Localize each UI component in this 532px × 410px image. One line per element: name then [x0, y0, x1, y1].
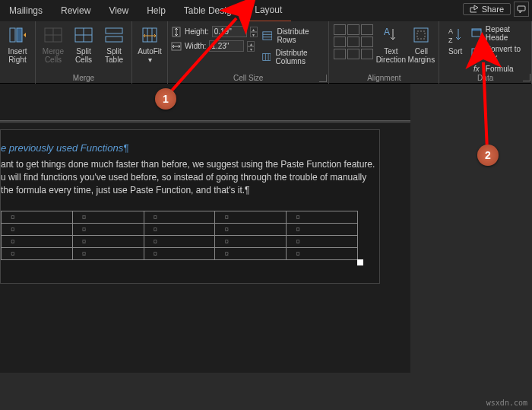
- height-up[interactable]: ▴: [250, 27, 258, 32]
- cellsize-launcher[interactable]: [319, 75, 327, 82]
- height-input[interactable]: [212, 26, 247, 37]
- doc-line3: the formula every time, just use Paste F…: [1, 184, 379, 197]
- share-label: Share: [482, 5, 504, 14]
- svg-text:A: A: [448, 27, 453, 35]
- doc-line2: u will find functions you've used before…: [1, 171, 379, 184]
- callout-1: 1: [155, 88, 176, 110]
- svg-rect-23: [414, 28, 428, 42]
- svg-text:Z: Z: [448, 37, 453, 44]
- insert-right-icon: [7, 24, 28, 46]
- document-canvas[interactable]: e previously used Functions¶ ant to get …: [0, 84, 410, 373]
- comments-button[interactable]: [514, 2, 529, 17]
- tab-help[interactable]: Help: [138, 0, 175, 21]
- ruler: [0, 120, 410, 122]
- text-direction-button[interactable]: A TextDirection: [376, 23, 405, 64]
- svg-rect-0: [518, 6, 525, 11]
- height-label: Height:: [185, 27, 209, 36]
- tab-review[interactable]: Review: [52, 0, 100, 21]
- sort-button[interactable]: AZ Sort: [442, 23, 468, 56]
- align-grid[interactable]: [332, 23, 375, 61]
- autofit-button[interactable]: AutoFit▾: [135, 23, 164, 64]
- group-cellsize-label: Cell Size: [171, 74, 325, 84]
- svg-rect-16: [263, 32, 272, 40]
- text-direction-icon: A: [380, 24, 401, 46]
- table-cell[interactable]: ¤: [2, 211, 73, 224]
- height-icon: [171, 27, 182, 37]
- doc-heading: e previously used Functions¶: [1, 142, 379, 154]
- convert-text-icon: [471, 48, 482, 59]
- autofit-icon: [139, 24, 160, 46]
- sort-icon: AZ: [445, 24, 466, 46]
- split-cells-icon: [73, 24, 94, 46]
- group-data-label: Data: [442, 74, 528, 84]
- width-down[interactable]: ▾: [247, 46, 255, 52]
- formula-button[interactable]: fx Formula: [470, 64, 528, 74]
- width-up[interactable]: ▴: [247, 41, 255, 46]
- insert-right-button[interactable]: InsertRight: [3, 23, 32, 64]
- tab-mailings[interactable]: Mailings: [0, 0, 52, 21]
- formula-icon: fx: [471, 65, 482, 73]
- svg-rect-24: [417, 31, 425, 39]
- tab-view[interactable]: View: [100, 0, 138, 21]
- cell-margins-button[interactable]: CellMargins: [407, 23, 435, 64]
- distribute-rows-button[interactable]: Distribute Rows: [262, 27, 323, 44]
- cell-margins-icon: [410, 24, 432, 46]
- height-down[interactable]: ▾: [250, 32, 258, 37]
- merge-cells-icon: [43, 24, 64, 46]
- split-cells-button[interactable]: SplitCells: [69, 23, 98, 64]
- share-button[interactable]: Share: [463, 3, 511, 15]
- doc-line1: ant to get things done much faster than …: [1, 158, 379, 171]
- svg-rect-19: [262, 54, 270, 61]
- tab-tabledesign[interactable]: Table Design: [175, 0, 245, 21]
- rowscols-launcher[interactable]: [523, 74, 530, 81]
- tab-layout[interactable]: Layout: [245, 0, 291, 22]
- width-icon: [171, 41, 182, 52]
- svg-rect-9: [106, 28, 122, 33]
- svg-text:A: A: [384, 27, 390, 37]
- doc-table[interactable]: ¤¤¤¤¤ ¤¤¤¤¤ ¤¤¤¤¤ ¤¤¤¤¤: [1, 211, 358, 260]
- group-alignment-label: Alignment: [332, 74, 435, 84]
- split-table-icon: [103, 24, 125, 46]
- width-input[interactable]: [209, 40, 244, 52]
- convert-text-button[interactable]: Convert to Tex: [470, 44, 528, 62]
- split-table-button[interactable]: SplitTable: [100, 23, 128, 64]
- distribute-columns-button[interactable]: Distribute Columns: [262, 49, 323, 65]
- svg-rect-2: [17, 28, 22, 42]
- svg-rect-10: [106, 37, 122, 42]
- svg-rect-1: [10, 28, 15, 42]
- repeat-header-icon: [471, 28, 482, 39]
- merge-cells-button: MergeCells: [39, 23, 68, 64]
- repeat-header-button[interactable]: Repeat Heade: [470, 24, 528, 43]
- group-merge-label: Merge: [39, 74, 128, 84]
- watermark: wsxdn.com: [486, 399, 527, 407]
- callout-2: 2: [477, 145, 499, 166]
- width-label: Width:: [185, 42, 206, 50]
- svg-rect-29: [472, 49, 477, 56]
